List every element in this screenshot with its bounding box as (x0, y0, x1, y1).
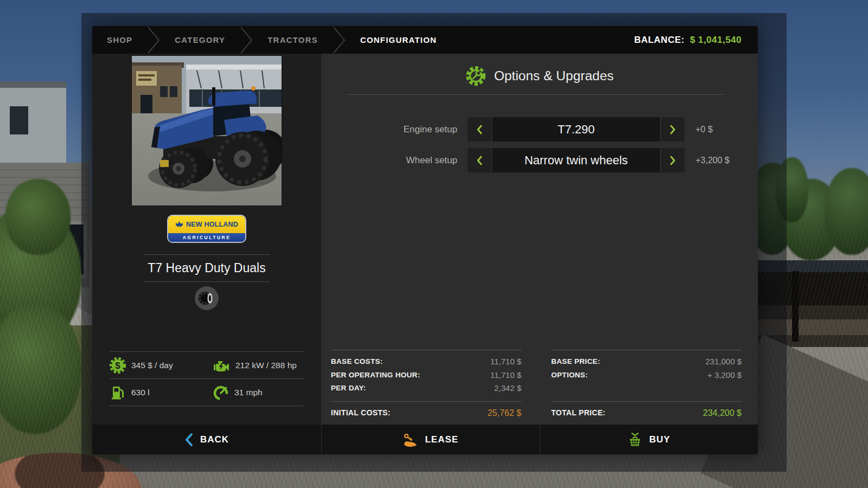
wheel-setup-value: Narrow twin wheels (492, 148, 661, 172)
shop-configuration-dialog: SHOP CATEGORY TRACTORS CONFIGURATION BAL… (92, 26, 758, 454)
wheel-setup-price: +3,200 $ (695, 156, 730, 165)
tire-icon (197, 289, 216, 307)
maintenance-cost-icon: $ (110, 357, 126, 374)
breadcrumb-shop[interactable]: SHOP (92, 26, 147, 54)
total-price-label: TOTAL PRICE: (551, 408, 605, 418)
chevron-left-icon (476, 155, 483, 166)
buy-basket-icon (628, 432, 642, 447)
purchase-price-block: BASE PRICE: 231,000 $ OPTIONS: + 3,200 $… (551, 350, 742, 418)
running-costs-block: BASE COSTS: 11,710 $ PER OPERATING HOUR:… (331, 350, 521, 418)
summary-value: 11,710 $ (490, 355, 521, 369)
breadcrumb-configuration: CONFIGURATION (346, 26, 451, 54)
stat-value: 212 kW / 288 hp (235, 361, 297, 370)
engine-setup-price: +0 $ (695, 125, 713, 134)
chevron-left-icon (476, 124, 483, 135)
stat-value: 345 $ / day (131, 361, 173, 370)
wheel-config-button[interactable] (195, 286, 219, 310)
stat-speed: 31 mph (213, 379, 304, 406)
breadcrumb-separator-icon (147, 26, 160, 54)
lease-button-label: LEASE (425, 434, 458, 445)
vehicle-panel: NEW HOLLAND AGRICULTURE T7 Heavy Duty Du… (92, 54, 321, 425)
max-speed-icon (213, 384, 229, 401)
engine-next-button[interactable] (661, 117, 685, 142)
config-row-wheel-setup: Wheel setup Narrow twin wheels +3,200 $ (321, 148, 758, 172)
wheel-next-button[interactable] (661, 148, 685, 172)
summary-row: BASE COSTS: 11,710 $ (331, 355, 521, 369)
config-rows: Engine setup T7.290 +0 $ Wheel setup (321, 117, 758, 172)
balance-value: $ 1,041,540 (690, 35, 742, 46)
vehicle-image (132, 56, 282, 206)
summary-label: BASE PRICE: (551, 355, 600, 369)
stats-row: $ 345 $ / day 212 kW / 288 hp (110, 352, 304, 378)
options-divider (347, 94, 724, 95)
initial-costs-label: INITIAL COSTS: (331, 408, 391, 418)
config-row-engine-setup: Engine setup T7.290 +0 $ (321, 117, 758, 142)
breadcrumb-separator-icon (333, 26, 346, 54)
chevron-right-icon (669, 155, 676, 166)
lease-icon (403, 432, 418, 447)
stat-value: 630 l (131, 388, 150, 397)
back-button[interactable]: BACK (92, 425, 321, 454)
buy-button-label: BUY (649, 434, 671, 445)
brand-logo-top: NEW HOLLAND (168, 216, 245, 233)
breadcrumb-tractors[interactable]: TRACTORS (253, 26, 333, 54)
vehicle-stats-table: $ 345 $ / day 212 kW / 288 hp (110, 351, 304, 406)
summary-label: PER DAY: (331, 382, 366, 395)
chevron-right-icon (669, 124, 676, 135)
summary-row: PER DAY: 2,342 $ (331, 382, 521, 395)
back-chevron-icon (184, 433, 193, 447)
options-panel: Options & Upgrades Engine setup T7.290 (321, 54, 758, 425)
options-title: Options & Upgrades (494, 68, 614, 84)
brand-tagline: AGRICULTURE (183, 235, 231, 240)
summary-value: + 3,200 $ (707, 369, 742, 382)
brand-name: NEW HOLLAND (186, 221, 238, 228)
summary-label: PER OPERATING HOUR: (331, 369, 420, 382)
wheel-setup-selector: Narrow twin wheels (468, 148, 685, 172)
summary-row: BASE PRICE: 231,000 $ (551, 355, 742, 369)
stats-row: 630 l 31 mph (110, 378, 304, 406)
summary-label: BASE COSTS: (331, 355, 383, 369)
summary-row: OPTIONS: + 3,200 $ (551, 369, 742, 382)
balance-label: BALANCE: (634, 35, 685, 46)
options-header: Options & Upgrades (321, 66, 758, 86)
total-price-value: 234,200 $ (703, 408, 742, 418)
stat-maintenance: $ 345 $ / day (110, 352, 213, 378)
vehicle-name-block: T7 Heavy Duty Duals (144, 254, 270, 282)
back-button-label: BACK (200, 434, 229, 445)
summary-label: OPTIONS: (551, 369, 588, 382)
engine-power-icon (213, 357, 230, 374)
buy-button[interactable]: BUY (540, 425, 758, 454)
summary-value: 11,710 $ (490, 369, 521, 382)
cost-summary: BASE COSTS: 11,710 $ PER OPERATING HOUR:… (331, 350, 742, 418)
engine-prev-button[interactable] (468, 117, 492, 142)
summary-value: 2,342 $ (494, 382, 521, 395)
wheel-prev-button[interactable] (468, 148, 492, 172)
summary-row: PER OPERATING HOUR: 11,710 $ (331, 369, 521, 382)
initial-costs-row: INITIAL COSTS: 25,762 $ (331, 402, 521, 418)
vehicle-name: T7 Heavy Duty Duals (148, 261, 265, 275)
breadcrumb-separator-icon (240, 26, 253, 54)
config-label: Engine setup (321, 124, 457, 135)
brand-logo: NEW HOLLAND AGRICULTURE (167, 215, 246, 243)
stat-fuel: 630 l (110, 379, 213, 406)
stat-value: 31 mph (234, 388, 263, 397)
fuel-capacity-icon (110, 384, 126, 401)
total-price-row: TOTAL PRICE: 234,200 $ (551, 402, 742, 418)
dialog-body: NEW HOLLAND AGRICULTURE T7 Heavy Duty Du… (92, 54, 758, 425)
stat-power: 212 kW / 288 hp (213, 352, 304, 378)
lease-button[interactable]: LEASE (321, 425, 540, 454)
svg-text:$: $ (115, 361, 120, 371)
breadcrumb-category[interactable]: CATEGORY (160, 26, 240, 54)
purchase-price-rows: BASE PRICE: 231,000 $ OPTIONS: + 3,200 $ (551, 355, 742, 396)
gear-wrench-icon (465, 66, 486, 86)
initial-costs-value: 25,762 $ (488, 408, 521, 418)
action-bar: BACK LEASE BUY (92, 425, 758, 454)
config-label: Wheel setup (321, 155, 457, 166)
engine-setup-selector: T7.290 (468, 117, 685, 142)
balance-display: BALANCE: $ 1,041,540 (634, 26, 758, 54)
breadcrumb-bar: SHOP CATEGORY TRACTORS CONFIGURATION BAL… (92, 26, 758, 54)
brand-leaf-icon (175, 221, 183, 229)
summary-value: 231,000 $ (705, 355, 742, 369)
running-costs-rows: BASE COSTS: 11,710 $ PER OPERATING HOUR:… (331, 355, 521, 396)
brand-logo-bottom: AGRICULTURE (168, 233, 245, 242)
